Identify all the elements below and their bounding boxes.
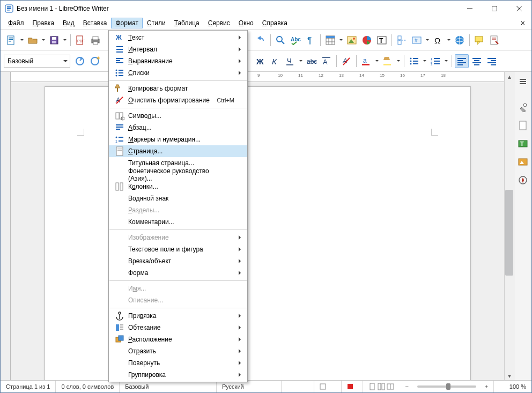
menu-item-списки[interactable]: Списки (109, 67, 247, 79)
new-style-button[interactable]: ✶ (88, 54, 102, 68)
table-button[interactable] (323, 33, 337, 47)
print-button[interactable] (88, 33, 102, 47)
menu-item-символы[interactable]: Символы... (109, 110, 247, 122)
zoom-slider[interactable] (417, 385, 476, 388)
status-wordcount[interactable]: 0 слов, 0 символов (56, 381, 120, 392)
menu-вид[interactable]: Вид (58, 18, 79, 28)
menu-файл[interactable]: Файл (4, 18, 28, 28)
special-char-button[interactable]: Ω (431, 33, 445, 47)
menu-item-колонки[interactable]: Колонки... (109, 181, 247, 192)
menu-формат[interactable]: Формат (111, 18, 143, 28)
insert-field-dropdown[interactable] (424, 34, 430, 47)
save-dropdown[interactable] (62, 34, 67, 47)
find-button[interactable] (274, 33, 287, 47)
menu-вставка[interactable]: Вставка (79, 18, 112, 28)
open-dropdown[interactable] (40, 34, 46, 47)
menu-item-текстовоеполеифигура[interactable]: Текстовое поле и фигура (109, 243, 247, 255)
menu-item-выравнивание[interactable]: Выравнивание (109, 55, 247, 67)
underline-button[interactable]: Ч (283, 54, 297, 68)
bullet-list-button[interactable] (407, 54, 421, 68)
menu-item-повернуть[interactable]: Повернуть (109, 357, 247, 369)
status-language[interactable]: Русский (217, 381, 282, 392)
menu-item-врезкаобъект[interactable]: Врезка/объект (109, 255, 247, 267)
font-color-dropdown[interactable] (374, 55, 379, 68)
menu-item-отразить[interactable]: Отразить (109, 345, 247, 357)
scroll-thumb[interactable] (505, 190, 513, 276)
zoom-knob[interactable] (446, 383, 450, 390)
menu-item-комментарии[interactable]: Комментарии... (109, 216, 247, 228)
menu-item-страница[interactable]: Страница... (109, 145, 247, 157)
sidebar-navigator-icon[interactable] (515, 173, 530, 188)
status-insert-mode[interactable] (282, 381, 314, 392)
zoom-out-button[interactable]: − (400, 381, 413, 392)
status-page[interactable]: Страница 1 из 1 (1, 381, 56, 392)
menu-сервис[interactable]: Сервис (204, 18, 234, 28)
status-style[interactable]: Базовый (120, 381, 217, 392)
spellcheck-button[interactable]: Abc (289, 33, 302, 47)
insert-image-button[interactable] (345, 33, 359, 47)
overline-button[interactable]: A (320, 54, 334, 68)
italic-button[interactable]: К (268, 54, 282, 68)
vertical-scrollbar[interactable]: ▴ ▾ (504, 72, 514, 380)
menu-item-интервал[interactable]: Интервал (109, 43, 247, 55)
bold-button[interactable]: Ж (253, 54, 267, 68)
close-button[interactable] (507, 1, 531, 17)
zoom-in-button[interactable]: + (479, 381, 493, 392)
menu-стили[interactable]: Стили (143, 18, 170, 28)
view-book-icon[interactable] (387, 383, 394, 390)
menu-item-форма[interactable]: Форма (109, 267, 247, 279)
highlight-button[interactable] (381, 54, 395, 68)
highlight-dropdown[interactable] (395, 55, 401, 68)
insert-textbox-button[interactable]: T (375, 33, 389, 47)
align-left-button[interactable] (455, 54, 469, 68)
sidebar-styles-icon[interactable]: T (515, 136, 530, 151)
undo-button[interactable] (254, 33, 268, 47)
menu-таблица[interactable]: Таблица (170, 18, 204, 28)
comment-button[interactable] (472, 33, 486, 47)
ruler-horizontal[interactable]: 9101112131415161718 (11, 72, 504, 82)
menu-item-фонетическоеруководствоазия[interactable]: Фонетическое руководство (Азия)... (109, 169, 247, 181)
new-doc-dropdown[interactable] (19, 34, 24, 47)
align-center-button[interactable] (470, 54, 484, 68)
underline-dropdown[interactable] (298, 55, 303, 68)
minimize-button[interactable] (457, 1, 482, 17)
save-button[interactable] (47, 33, 61, 47)
menu-item-абзац[interactable]: Абзац... (109, 122, 247, 134)
clear-formatting-button[interactable]: A (339, 54, 353, 68)
zoom-value[interactable]: 100 % (493, 381, 531, 392)
menu-item-расположение[interactable]: Расположение (109, 333, 247, 345)
ruler-vertical[interactable] (1, 72, 11, 380)
menu-item-очиститьформатирование[interactable]: AОчистить форматированиеCtrl+M (109, 94, 247, 106)
status-signature[interactable] (342, 381, 364, 392)
status-view-icons[interactable] (363, 381, 400, 392)
strikethrough-button[interactable]: abc (305, 54, 319, 68)
view-single-icon[interactable] (368, 383, 376, 390)
table-dropdown[interactable] (338, 34, 343, 47)
scroll-down-icon[interactable]: ▾ (505, 371, 514, 380)
nonprinting-button[interactable]: ¶ (304, 33, 317, 47)
insert-chart-button[interactable] (360, 33, 374, 47)
number-list-dropdown[interactable] (443, 55, 448, 68)
hyperlink-button[interactable] (453, 33, 467, 47)
open-button[interactable] (26, 33, 40, 47)
scroll-up-icon[interactable]: ▴ (505, 72, 514, 81)
menu-справка[interactable]: Справка (258, 18, 292, 28)
menu-item-водянойзнак[interactable]: Водяной знак (109, 192, 247, 204)
menu-item-копироватьформат[interactable]: Копировать формат (109, 83, 247, 94)
export-pdf-button[interactable]: PDF (73, 33, 87, 47)
bullet-list-dropdown[interactable] (422, 55, 427, 68)
align-right-button[interactable] (485, 54, 499, 68)
menu-окно[interactable]: Окно (234, 18, 258, 28)
status-selection-mode[interactable] (314, 381, 342, 392)
menu-item-привязка[interactable]: Привязка (109, 310, 247, 322)
font-color-button[interactable]: a (359, 54, 373, 68)
page-break-button[interactable] (395, 33, 409, 47)
new-doc-button[interactable] (4, 33, 18, 47)
menu-item-маркерыинумерация[interactable]: 1Маркеры и нумерация... (109, 134, 247, 145)
track-changes-button[interactable] (487, 33, 501, 47)
view-multi-icon[interactable] (378, 383, 385, 390)
paragraph-style-combo[interactable]: Базовый (4, 55, 70, 68)
close-document-button[interactable]: × (518, 17, 528, 29)
special-char-dropdown[interactable] (446, 34, 451, 47)
sidebar-menu-icon[interactable] (515, 74, 530, 89)
